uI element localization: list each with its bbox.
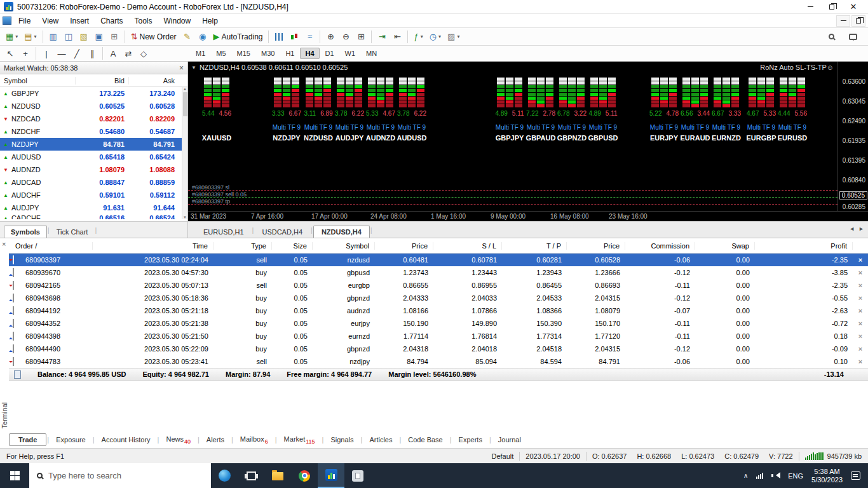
timeframe-d1[interactable]: D1 xyxy=(320,48,339,59)
data-window-toggle[interactable]: ◫ xyxy=(61,29,76,44)
column-header-commission[interactable]: Commission xyxy=(625,242,695,250)
market-watch-row-audchf[interactable]: ▲AUDCHF0.591010.59112 xyxy=(0,189,187,201)
column-header-size[interactable]: Size xyxy=(272,242,313,250)
timeframe-m5[interactable]: M5 xyxy=(211,48,231,59)
language-indicator[interactable]: ENG xyxy=(788,472,803,480)
terminal-tab-signals[interactable]: Signals xyxy=(324,434,360,445)
task-view-button[interactable] xyxy=(238,463,264,488)
order-row-680943698[interactable]: 6809436982023.05.30 05:18:36buy0.05gbpnz… xyxy=(9,292,868,304)
crosshair-tool[interactable]: + xyxy=(18,46,33,61)
cursor-tool[interactable]: ↖ xyxy=(3,46,18,61)
profiles-button[interactable]: ▤▾ xyxy=(21,29,39,44)
cortana-button[interactable] xyxy=(211,463,238,488)
terminal-tab-alerts[interactable]: Alerts xyxy=(200,434,231,445)
market-watch-scrollbar[interactable]: ▲ ▼ xyxy=(182,87,187,219)
market-watch-row-nzdjpy[interactable]: ▲NZDJPY84.78184.791 xyxy=(0,138,187,151)
market-watch-row-audnzd[interactable]: ▼AUDNZD1.080791.08088 xyxy=(0,163,187,176)
column-header-swap[interactable]: Swap xyxy=(695,242,755,250)
scroll-right-icon[interactable]: ► xyxy=(858,226,864,232)
horizontal-line-tool[interactable]: — xyxy=(54,46,69,61)
chart-tab-usdcad-h4[interactable]: USDCAD,H4 xyxy=(254,226,310,238)
periods-button[interactable]: ◷▾ xyxy=(426,29,444,44)
chrome-button[interactable] xyxy=(291,463,318,488)
taskbar-search-input[interactable] xyxy=(48,471,188,480)
menu-charts[interactable]: Charts xyxy=(95,15,128,27)
navigator-toggle[interactable]: ▧ xyxy=(76,29,92,44)
chart-tab-nzdusd-h4[interactable]: NZDUSD,H4 xyxy=(313,226,370,238)
close-position-icon[interactable]: × xyxy=(853,294,868,302)
market-watch-row-nzdusd[interactable]: ▲NZDUSD0.605250.60528 xyxy=(0,100,187,112)
close-position-icon[interactable]: × xyxy=(853,269,868,276)
chart-canvas[interactable]: ▼ NZDUSD,H4 0.60538 0.60611 0.60510 0.60… xyxy=(188,62,868,211)
column-ask[interactable]: Ask xyxy=(128,77,182,85)
indicators-button[interactable]: ƒ▾ xyxy=(410,29,426,44)
terminal-tab-news[interactable]: News40 xyxy=(159,433,197,447)
column-header-price[interactable]: Price xyxy=(375,242,433,250)
market-watch-close-icon[interactable]: × xyxy=(179,64,184,72)
scroll-down-icon[interactable]: ▼ xyxy=(183,215,187,219)
candlestick-button[interactable] xyxy=(287,29,302,44)
autotrading-button[interactable]: ▶AutoTrading xyxy=(210,29,266,44)
menu-help[interactable]: Help xyxy=(196,15,224,27)
auto-scroll-button[interactable]: ⇥ xyxy=(374,29,390,44)
column-header-t-p[interactable]: T / P xyxy=(502,242,567,250)
hidden-icons-chevron-icon[interactable]: ∧ xyxy=(743,472,748,479)
order-row-680903397[interactable]: 6809033972023.05.30 02:24:04sell0.05nzdu… xyxy=(9,254,868,266)
terminal-tab-trade[interactable]: Trade xyxy=(9,433,46,446)
strategy-tester-toggle[interactable]: ⊞ xyxy=(107,29,122,44)
column-symbol[interactable]: Symbol xyxy=(0,77,75,85)
market-watch-tab-tick-chart[interactable]: Tick Chart xyxy=(50,226,95,238)
text-tool[interactable]: A xyxy=(105,46,121,61)
scroll-left-icon[interactable]: ◄ xyxy=(849,226,855,232)
column-header-price[interactable]: Price xyxy=(567,242,625,250)
timeframe-mn[interactable]: MN xyxy=(361,48,382,59)
arrows-tool[interactable]: ⇄ xyxy=(121,46,136,61)
profile-selector[interactable]: Default xyxy=(491,452,513,460)
menu-window[interactable]: Window xyxy=(158,15,197,27)
terminal-tab-market[interactable]: Market115 xyxy=(278,433,322,447)
bar-chart-button[interactable] xyxy=(271,29,287,44)
start-button[interactable] xyxy=(0,463,29,488)
close-position-icon[interactable]: × xyxy=(853,345,868,353)
order-row-680944192[interactable]: 6809441922023.05.30 05:21:18buy0.05audnz… xyxy=(9,304,868,317)
timeframe-m30[interactable]: M30 xyxy=(256,48,280,59)
order-row-680944398[interactable]: 6809443982023.05.30 05:21:50buy0.05eurnz… xyxy=(9,330,868,342)
order-row-680942165[interactable]: 6809421652023.05.30 05:07:13sell0.05eurg… xyxy=(9,279,868,292)
column-header-order[interactable]: Order / xyxy=(9,242,93,250)
market-watch-row-audjpy[interactable]: ▲AUDJPY91.63191.644 xyxy=(0,201,187,214)
terminal-tab-code-base[interactable]: Code Base xyxy=(402,434,449,445)
close-position-icon[interactable]: × xyxy=(853,307,868,315)
column-header-time[interactable]: Time xyxy=(93,242,214,250)
menu-insert[interactable]: Insert xyxy=(64,15,95,27)
tile-windows-button[interactable]: ⊞ xyxy=(353,29,369,44)
volume-icon[interactable] xyxy=(771,472,780,479)
column-header-symbol[interactable]: Symbol xyxy=(313,242,375,250)
editor-button[interactable] xyxy=(344,463,371,488)
close-position-icon[interactable]: × xyxy=(853,256,868,264)
market-watch-row-nzdchf[interactable]: ▲NZDCHF0.546800.54687 xyxy=(0,125,187,138)
restore-button[interactable] xyxy=(821,0,843,13)
chart-window-icon[interactable] xyxy=(3,17,11,25)
price-scale[interactable]: 0.636000.630450.624900.619350.613950.608… xyxy=(837,62,868,211)
close-button[interactable]: ✕ xyxy=(843,0,864,13)
trendline-tool[interactable]: ╱ xyxy=(69,46,85,61)
menu-view[interactable]: View xyxy=(36,15,64,27)
column-header-s-l[interactable]: S / L xyxy=(433,242,502,250)
metatrader-taskbar-button[interactable] xyxy=(318,463,344,488)
mdi-minimize-button[interactable] xyxy=(836,15,850,27)
minimize-button[interactable] xyxy=(799,0,821,13)
metaeditor-button[interactable]: ✎ xyxy=(180,29,195,44)
zoom-in-button[interactable]: ⊕ xyxy=(323,29,338,44)
column-header-profit[interactable]: Profit xyxy=(755,242,853,250)
timeframe-w1[interactable]: W1 xyxy=(340,48,361,59)
order-row-680944783[interactable]: 6809447832023.05.30 05:23:41sell0.05nzdj… xyxy=(9,355,868,368)
market-watch-row-audcad[interactable]: ▲AUDCAD0.888470.88859 xyxy=(0,176,187,189)
close-position-icon[interactable]: × xyxy=(853,332,868,340)
network-icon[interactable] xyxy=(756,473,763,479)
close-position-icon[interactable]: × xyxy=(853,358,868,365)
terminal-tab-articles[interactable]: Articles xyxy=(363,434,398,445)
terminal-tab-exposure[interactable]: Exposure xyxy=(50,434,92,445)
column-bid[interactable]: Bid xyxy=(75,77,128,85)
order-row-680944352[interactable]: 6809443522023.05.30 05:21:38buy0.05eurjp… xyxy=(9,317,868,330)
market-watch-row-audusd[interactable]: ▲AUDUSD0.654180.65424 xyxy=(0,151,187,163)
